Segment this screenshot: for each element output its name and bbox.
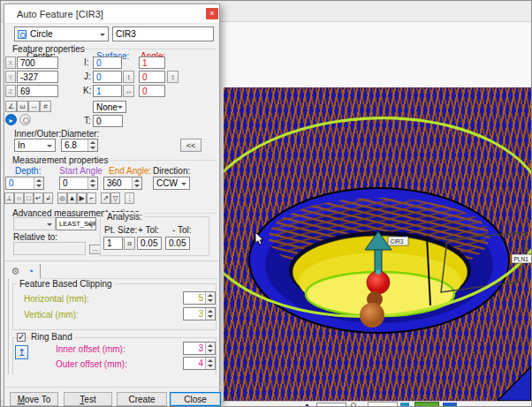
- plus-tol-field[interactable]: 0.05: [137, 237, 162, 250]
- angle-axes-icon[interactable]: ∠: [5, 101, 17, 112]
- clipping-vertical-label: Vertical (mm):: [24, 310, 79, 320]
- status-button-green[interactable]: [414, 402, 439, 407]
- settings-tab[interactable]: ⚙: [9, 264, 22, 278]
- spinner-buttons[interactable]: [205, 358, 215, 369]
- approach-icon[interactable]: ↲: [43, 192, 53, 204]
- spinner-buttons[interactable]: [87, 177, 97, 189]
- surface-mode-dropdown[interactable]: None: [93, 101, 126, 113]
- minus-tol-label: - Tol:: [172, 225, 192, 236]
- feature-label-cir3[interactable]: CIR3: [388, 237, 408, 245]
- move-to-button[interactable]: Move To: [10, 392, 58, 406]
- test-button[interactable]: Test: [64, 392, 112, 406]
- dialog-titlebar[interactable]: Auto Feature [CIR3] ×: [4, 4, 219, 24]
- spinner-buttons[interactable]: [34, 177, 43, 189]
- k-surface-field[interactable]: 1: [93, 85, 122, 97]
- pin-icon[interactable]: ↔: [28, 101, 40, 112]
- mode-manual-toggle[interactable]: [19, 114, 31, 125]
- end-angle-value: 360: [107, 178, 122, 188]
- inner-outer-dropdown[interactable]: In: [14, 139, 56, 152]
- j-surface-field[interactable]: 0: [93, 71, 122, 83]
- inner-offset-label: Inner offset (mm):: [56, 344, 125, 355]
- status-field[interactable]: [368, 402, 398, 407]
- snap-vector-icon[interactable]: ↔: [123, 85, 134, 97]
- cad-scene: CIR3 PLN1: [224, 87, 531, 401]
- depth-value: 0: [9, 178, 14, 188]
- feature-type-value: Circle: [30, 29, 53, 39]
- minus-tol-field[interactable]: 0.05: [165, 237, 190, 250]
- spinner-buttons[interactable]: [205, 343, 215, 354]
- diameter-field[interactable]: 6.8: [61, 139, 98, 152]
- pt-size-field[interactable]: 1: [103, 237, 123, 250]
- ring-band-label: Ring Band: [29, 332, 74, 343]
- spinner-buttons[interactable]: [132, 177, 141, 189]
- square-path-icon[interactable]: □: [24, 192, 34, 204]
- surface-fragment: [498, 366, 531, 401]
- clipping-vertical-field[interactable]: 3: [183, 307, 216, 320]
- i-angle-field[interactable]: 1: [139, 57, 165, 69]
- create-button[interactable]: Create: [117, 392, 167, 406]
- z-axis-button[interactable]: Z: [5, 85, 16, 97]
- collapse-button[interactable]: <<: [180, 139, 201, 152]
- feature-name-input[interactable]: [112, 26, 214, 41]
- spinner-buttons[interactable]: [205, 292, 215, 304]
- grid-icon[interactable]: #: [40, 101, 51, 112]
- x-axis-button[interactable]: X: [5, 57, 16, 69]
- rescan-tab[interactable]: ◔: [24, 264, 37, 278]
- y-value-field[interactable]: -327: [17, 71, 58, 83]
- circle-feature-icon: [18, 30, 27, 39]
- y-axis-button[interactable]: Y: [5, 71, 16, 83]
- probe-marker-dot: [376, 269, 381, 275]
- feature-type-dropdown[interactable]: Circle: [14, 26, 109, 41]
- spinner-buttons[interactable]: [87, 139, 97, 151]
- k-angle-field[interactable]: 0: [139, 85, 165, 97]
- vector-icon[interactable]: ↗: [101, 192, 110, 204]
- end-angle-field[interactable]: 360: [103, 177, 142, 190]
- level-icon[interactable]: ▲: [67, 192, 77, 204]
- inner-offset-field[interactable]: 3: [183, 342, 216, 355]
- ring-band-checkbox[interactable]: [17, 333, 26, 342]
- flip-surface-vector-icon[interactable]: ↕: [123, 71, 134, 83]
- center-point-icon[interactable]: ◎: [57, 192, 67, 204]
- status-icon-blue[interactable]: [443, 403, 457, 407]
- more-icon[interactable]: ⋮: [125, 192, 134, 204]
- end-angle-label: End Angle:: [109, 166, 151, 177]
- retract-icon[interactable]: ↵: [34, 192, 43, 204]
- t-value-field[interactable]: 0: [93, 115, 123, 127]
- outer-offset-field[interactable]: 4: [183, 357, 216, 370]
- clipping-horizontal-field[interactable]: 5: [183, 291, 216, 305]
- pt-size-label: Pt. Size:: [104, 225, 137, 236]
- surface-mode-value: None: [96, 102, 118, 112]
- move-to-icon[interactable]: ▶: [77, 192, 87, 204]
- spinner-buttons[interactable]: [205, 308, 215, 320]
- close-button[interactable]: Close: [170, 392, 221, 406]
- mode-auto-toggle[interactable]: ▸: [5, 114, 17, 125]
- relative-to-field: [13, 242, 86, 255]
- x-value-field[interactable]: 700: [17, 57, 58, 69]
- svg-text:CIR3: CIR3: [391, 238, 404, 245]
- direction-label: Direction:: [153, 166, 190, 177]
- algorithm-dropdown[interactable]: LEAST_SQR: [56, 217, 96, 230]
- workplane-icon[interactable]: ω: [17, 101, 28, 112]
- touch-point-icon[interactable]: ⊥: [4, 192, 14, 204]
- feature-label-pln1[interactable]: PLN1: [512, 254, 531, 263]
- i-surface-field[interactable]: 0: [93, 57, 122, 69]
- close-icon[interactable]: ×: [206, 8, 218, 19]
- screenshot-root: CIR3 PLN1 Auto Feature [CIR3] × Circle: [0, 0, 532, 407]
- direction-dropdown[interactable]: CCW: [153, 177, 190, 190]
- cad-viewport[interactable]: CIR3 PLN1: [224, 87, 531, 401]
- chevron-down-icon: [181, 183, 186, 188]
- j-angle-field[interactable]: 0: [139, 71, 165, 83]
- flip-angle-vector-icon[interactable]: ↕: [167, 71, 179, 83]
- probe-body-sphere: [360, 303, 384, 328]
- depth-field[interactable]: 0: [5, 177, 44, 190]
- status-knob[interactable]: [351, 403, 356, 407]
- circle-path-icon[interactable]: ○: [14, 192, 24, 204]
- ring-offset-icon[interactable]: ↥: [15, 345, 28, 359]
- status-icon-teal[interactable]: [400, 403, 409, 407]
- start-angle-field[interactable]: 0: [59, 177, 98, 190]
- flip-depth-icon[interactable]: ▽: [110, 192, 120, 204]
- status-slider[interactable]: [316, 403, 346, 407]
- analysis-scale-icon[interactable]: α: [124, 237, 135, 250]
- corner-icon[interactable]: ⌐: [87, 192, 96, 204]
- z-value-field[interactable]: 69: [17, 85, 58, 97]
